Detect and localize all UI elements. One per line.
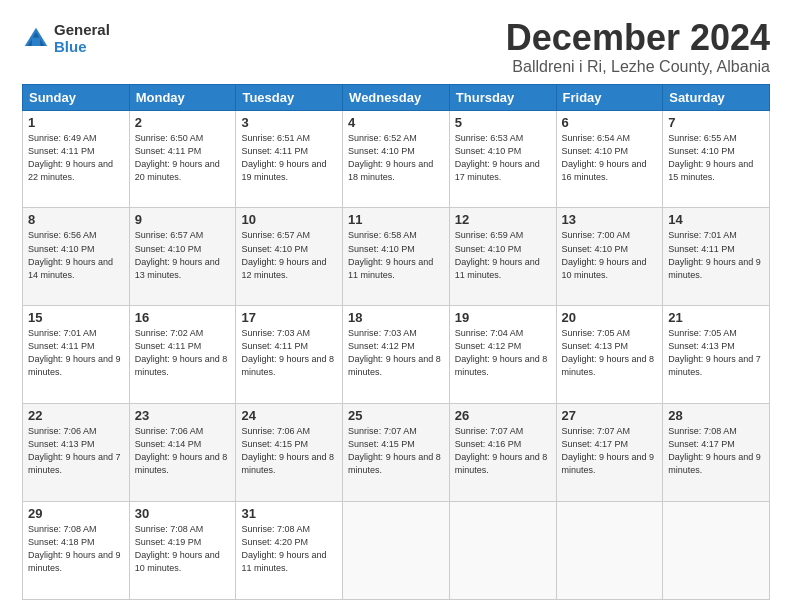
day-info: Sunrise: 7:06 AMSunset: 4:13 PMDaylight:… [28,425,124,477]
calendar-week-row: 15Sunrise: 7:01 AMSunset: 4:11 PMDayligh… [23,306,770,404]
calendar-table: SundayMondayTuesdayWednesdayThursdayFrid… [22,84,770,600]
day-number: 28 [668,408,764,423]
calendar-cell: 4Sunrise: 6:52 AMSunset: 4:10 PMDaylight… [343,110,450,208]
title-block: December 2024 Balldreni i Ri, Lezhe Coun… [506,18,770,76]
weekday-header: Saturday [663,84,770,110]
day-info: Sunrise: 7:08 AMSunset: 4:19 PMDaylight:… [135,523,231,575]
calendar-cell: 27Sunrise: 7:07 AMSunset: 4:17 PMDayligh… [556,404,663,502]
day-number: 11 [348,212,444,227]
day-number: 2 [135,115,231,130]
weekday-header: Tuesday [236,84,343,110]
day-number: 30 [135,506,231,521]
day-number: 21 [668,310,764,325]
day-info: Sunrise: 7:07 AMSunset: 4:16 PMDaylight:… [455,425,551,477]
calendar-cell: 28Sunrise: 7:08 AMSunset: 4:17 PMDayligh… [663,404,770,502]
calendar-cell: 13Sunrise: 7:00 AMSunset: 4:10 PMDayligh… [556,208,663,306]
weekday-header: Thursday [449,84,556,110]
day-number: 16 [135,310,231,325]
day-info: Sunrise: 7:03 AMSunset: 4:11 PMDaylight:… [241,327,337,379]
day-number: 25 [348,408,444,423]
calendar-cell [663,502,770,600]
logo-line1: General [54,22,110,39]
weekday-header: Sunday [23,84,130,110]
calendar-cell: 14Sunrise: 7:01 AMSunset: 4:11 PMDayligh… [663,208,770,306]
day-info: Sunrise: 6:59 AMSunset: 4:10 PMDaylight:… [455,229,551,281]
day-info: Sunrise: 7:08 AMSunset: 4:17 PMDaylight:… [668,425,764,477]
day-number: 9 [135,212,231,227]
weekday-header: Friday [556,84,663,110]
calendar-cell: 1Sunrise: 6:49 AMSunset: 4:11 PMDaylight… [23,110,130,208]
calendar-cell: 9Sunrise: 6:57 AMSunset: 4:10 PMDaylight… [129,208,236,306]
day-number: 29 [28,506,124,521]
day-info: Sunrise: 7:00 AMSunset: 4:10 PMDaylight:… [562,229,658,281]
logo-line2: Blue [54,39,110,56]
header-row: SundayMondayTuesdayWednesdayThursdayFrid… [23,84,770,110]
day-number: 12 [455,212,551,227]
calendar-cell: 12Sunrise: 6:59 AMSunset: 4:10 PMDayligh… [449,208,556,306]
calendar-cell: 25Sunrise: 7:07 AMSunset: 4:15 PMDayligh… [343,404,450,502]
day-info: Sunrise: 6:55 AMSunset: 4:10 PMDaylight:… [668,132,764,184]
day-info: Sunrise: 7:06 AMSunset: 4:14 PMDaylight:… [135,425,231,477]
logo-text: General Blue [54,22,110,55]
day-number: 26 [455,408,551,423]
calendar-cell: 26Sunrise: 7:07 AMSunset: 4:16 PMDayligh… [449,404,556,502]
logo: General Blue [22,22,110,55]
day-number: 8 [28,212,124,227]
calendar-cell: 15Sunrise: 7:01 AMSunset: 4:11 PMDayligh… [23,306,130,404]
calendar-cell: 23Sunrise: 7:06 AMSunset: 4:14 PMDayligh… [129,404,236,502]
day-number: 31 [241,506,337,521]
calendar-cell: 3Sunrise: 6:51 AMSunset: 4:11 PMDaylight… [236,110,343,208]
day-info: Sunrise: 6:49 AMSunset: 4:11 PMDaylight:… [28,132,124,184]
calendar-week-row: 1Sunrise: 6:49 AMSunset: 4:11 PMDaylight… [23,110,770,208]
day-number: 24 [241,408,337,423]
day-info: Sunrise: 7:08 AMSunset: 4:20 PMDaylight:… [241,523,337,575]
calendar-cell: 18Sunrise: 7:03 AMSunset: 4:12 PMDayligh… [343,306,450,404]
day-number: 23 [135,408,231,423]
calendar-subtitle: Balldreni i Ri, Lezhe County, Albania [506,58,770,76]
calendar-cell: 2Sunrise: 6:50 AMSunset: 4:11 PMDaylight… [129,110,236,208]
header: General Blue December 2024 Balldreni i R… [22,18,770,76]
calendar-cell: 21Sunrise: 7:05 AMSunset: 4:13 PMDayligh… [663,306,770,404]
day-info: Sunrise: 6:56 AMSunset: 4:10 PMDaylight:… [28,229,124,281]
day-number: 1 [28,115,124,130]
day-info: Sunrise: 6:52 AMSunset: 4:10 PMDaylight:… [348,132,444,184]
day-info: Sunrise: 7:02 AMSunset: 4:11 PMDaylight:… [135,327,231,379]
day-info: Sunrise: 7:07 AMSunset: 4:15 PMDaylight:… [348,425,444,477]
day-info: Sunrise: 7:08 AMSunset: 4:18 PMDaylight:… [28,523,124,575]
calendar-cell: 10Sunrise: 6:57 AMSunset: 4:10 PMDayligh… [236,208,343,306]
calendar-cell: 30Sunrise: 7:08 AMSunset: 4:19 PMDayligh… [129,502,236,600]
day-info: Sunrise: 6:57 AMSunset: 4:10 PMDaylight:… [135,229,231,281]
calendar-cell: 29Sunrise: 7:08 AMSunset: 4:18 PMDayligh… [23,502,130,600]
calendar-cell: 11Sunrise: 6:58 AMSunset: 4:10 PMDayligh… [343,208,450,306]
calendar-cell: 16Sunrise: 7:02 AMSunset: 4:11 PMDayligh… [129,306,236,404]
calendar-cell: 5Sunrise: 6:53 AMSunset: 4:10 PMDaylight… [449,110,556,208]
day-info: Sunrise: 7:07 AMSunset: 4:17 PMDaylight:… [562,425,658,477]
day-number: 3 [241,115,337,130]
calendar-week-row: 22Sunrise: 7:06 AMSunset: 4:13 PMDayligh… [23,404,770,502]
day-info: Sunrise: 7:05 AMSunset: 4:13 PMDaylight:… [562,327,658,379]
day-number: 27 [562,408,658,423]
day-number: 4 [348,115,444,130]
calendar-cell [343,502,450,600]
calendar-week-row: 8Sunrise: 6:56 AMSunset: 4:10 PMDaylight… [23,208,770,306]
calendar-cell: 6Sunrise: 6:54 AMSunset: 4:10 PMDaylight… [556,110,663,208]
calendar-title: December 2024 [506,18,770,58]
calendar-cell: 8Sunrise: 6:56 AMSunset: 4:10 PMDaylight… [23,208,130,306]
day-info: Sunrise: 7:05 AMSunset: 4:13 PMDaylight:… [668,327,764,379]
day-info: Sunrise: 7:03 AMSunset: 4:12 PMDaylight:… [348,327,444,379]
day-number: 5 [455,115,551,130]
svg-rect-2 [32,37,40,45]
calendar-cell: 22Sunrise: 7:06 AMSunset: 4:13 PMDayligh… [23,404,130,502]
day-info: Sunrise: 7:01 AMSunset: 4:11 PMDaylight:… [668,229,764,281]
day-info: Sunrise: 6:58 AMSunset: 4:10 PMDaylight:… [348,229,444,281]
calendar-cell: 19Sunrise: 7:04 AMSunset: 4:12 PMDayligh… [449,306,556,404]
page: General Blue December 2024 Balldreni i R… [0,0,792,612]
calendar-cell: 31Sunrise: 7:08 AMSunset: 4:20 PMDayligh… [236,502,343,600]
calendar-cell: 24Sunrise: 7:06 AMSunset: 4:15 PMDayligh… [236,404,343,502]
day-number: 13 [562,212,658,227]
calendar-cell: 7Sunrise: 6:55 AMSunset: 4:10 PMDaylight… [663,110,770,208]
day-number: 15 [28,310,124,325]
day-info: Sunrise: 6:51 AMSunset: 4:11 PMDaylight:… [241,132,337,184]
calendar-cell: 20Sunrise: 7:05 AMSunset: 4:13 PMDayligh… [556,306,663,404]
logo-icon [22,25,50,53]
